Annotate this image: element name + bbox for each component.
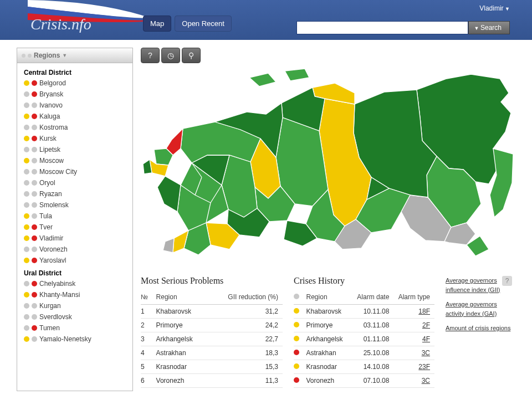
table-row[interactable]: 6Voronezh11,3 <box>141 374 283 388</box>
region-item[interactable]: Sverdlovsk <box>21 311 132 322</box>
stat-link[interactable]: Amount of crisis regions <box>446 324 512 333</box>
status-dot <box>32 202 37 208</box>
alarm-link[interactable]: 2F <box>422 321 430 329</box>
search-input[interactable] <box>296 21 468 34</box>
logo[interactable]: Crisis.nfo <box>30 16 91 33</box>
help-tool[interactable]: ? <box>141 48 160 63</box>
status-dot <box>24 80 29 86</box>
problems-col: Most Serious Problems №RegionGII reducti… <box>141 276 283 388</box>
table-row[interactable]: 1Khabarovsk31,2 <box>141 305 283 319</box>
sidebar-header[interactable]: Regions <box>17 48 132 63</box>
region-item[interactable]: Voronezh <box>21 244 132 255</box>
region-item[interactable]: Kurgan <box>21 300 132 311</box>
map[interactable] <box>141 66 516 266</box>
region-label: Bryansk <box>39 90 63 98</box>
region-item[interactable]: Tumen <box>21 322 132 334</box>
region-item[interactable]: Lipetsk <box>21 144 132 155</box>
region-label: Khanty-Mansi <box>39 291 80 299</box>
table-row[interactable]: 2Primorye24,2 <box>141 319 283 332</box>
region-label: Belgorod <box>39 79 66 87</box>
table-row[interactable]: Voronezh07.10.083C <box>294 374 434 388</box>
table-row[interactable]: Khabarovsk10.11.0818F <box>294 305 434 319</box>
region-item[interactable]: Kostroma <box>21 122 132 133</box>
nav-map[interactable]: Map <box>143 16 171 32</box>
alarm-link[interactable]: 3C <box>422 349 430 357</box>
region-label: Kaluga <box>39 112 60 120</box>
region-item[interactable]: Yaroslavl <box>21 255 132 266</box>
status-dot <box>32 191 37 197</box>
main: ? ◷ ⚲ <box>141 48 524 391</box>
region-item[interactable]: Moscow <box>21 155 132 166</box>
table-row[interactable]: Astrakhan25.10.083C <box>294 346 434 360</box>
status-dot <box>24 258 29 263</box>
status-dot <box>32 292 37 298</box>
region-label: Vladimir <box>39 234 63 242</box>
region-label: Sverdlovsk <box>39 313 72 321</box>
search-button[interactable]: Search <box>468 21 510 34</box>
status-dot <box>32 235 37 241</box>
region-item[interactable]: Smolensk <box>21 199 132 211</box>
body: Regions Central DistrictBelgorodBryanskI… <box>0 40 532 399</box>
region-label: Tumen <box>39 324 60 332</box>
stat-link[interactable]: Average governors activity index (GAI) <box>446 300 512 318</box>
tables: Most Serious Problems №RegionGII reducti… <box>141 276 524 388</box>
status-dot <box>24 136 29 141</box>
status-dot <box>24 303 29 309</box>
table-row[interactable]: 4Astrakhan18,3 <box>141 346 283 360</box>
alarm-link[interactable]: 23F <box>418 363 430 371</box>
status-dot <box>24 169 29 175</box>
region-item[interactable]: Kursk <box>21 133 132 144</box>
alarm-link[interactable]: 3C <box>422 377 430 385</box>
region-item[interactable]: Tula <box>21 211 132 222</box>
status-dot <box>32 147 37 152</box>
sidebar-list[interactable]: Central DistrictBelgorodBryanskIvanovoKa… <box>17 63 132 391</box>
status-dot <box>32 303 37 309</box>
region-item[interactable]: Tver <box>21 222 132 233</box>
col-header: № <box>141 291 156 305</box>
dim-dot <box>22 54 25 58</box>
table-row[interactable]: 3Arkhangelsk22,7 <box>141 332 283 346</box>
region-label: Yamalo-Nenetsky <box>39 335 91 343</box>
status-dot <box>32 91 37 97</box>
region-item[interactable]: Khanty-Mansi <box>21 289 132 300</box>
status-dot <box>24 102 29 108</box>
status-dot <box>32 114 37 119</box>
region-item[interactable]: Ivanovo <box>21 100 132 111</box>
status-dot <box>32 136 37 141</box>
region-item[interactable]: Bryansk <box>21 89 132 100</box>
region-item[interactable]: Yamalo-Nenetsky <box>21 334 132 345</box>
col-header: Region <box>156 291 211 305</box>
user-menu[interactable]: Vladimir <box>479 4 510 12</box>
help-icon[interactable]: ? <box>502 276 512 286</box>
table-row[interactable]: 5Krasnodar15,3 <box>141 360 283 374</box>
magnify-tool[interactable]: ⚲ <box>182 48 201 63</box>
region-item[interactable]: Vladimir <box>21 233 132 244</box>
status-dot <box>294 322 299 327</box>
col-header: GII reduction (%) <box>210 291 283 305</box>
region-label: Voronezh <box>39 245 68 253</box>
clock-tool[interactable]: ◷ <box>161 48 180 63</box>
status-dot <box>24 314 29 320</box>
col-header: Alarm type <box>393 291 434 305</box>
region-label: Smolensk <box>39 201 69 209</box>
region-item[interactable]: Chelyabinsk <box>21 278 132 289</box>
region-item[interactable]: Oryol <box>21 177 132 188</box>
nav-open-recent[interactable]: Open Recent <box>175 16 232 32</box>
region-item[interactable]: Kaluga <box>21 111 132 122</box>
status-dot <box>24 292 29 298</box>
region-item[interactable]: Moscow City <box>21 166 132 177</box>
nav: Map Open Recent <box>143 16 232 32</box>
region-label: Kostroma <box>39 124 68 131</box>
status-dot <box>24 224 29 230</box>
status-dot <box>24 147 29 152</box>
alarm-link[interactable]: 18F <box>418 308 430 315</box>
status-dot <box>32 102 37 108</box>
region-item[interactable]: Belgorod <box>21 78 132 89</box>
table-row[interactable]: Arkhangelsk01.11.084F <box>294 332 434 346</box>
status-dot <box>32 224 37 230</box>
status-dot <box>24 235 29 241</box>
alarm-link[interactable]: 4F <box>422 335 430 343</box>
table-row[interactable]: Primorye03.11.082F <box>294 319 434 332</box>
table-row[interactable]: Krasnodar14.10.0823F <box>294 360 434 374</box>
region-item[interactable]: Ryazan <box>21 188 132 199</box>
